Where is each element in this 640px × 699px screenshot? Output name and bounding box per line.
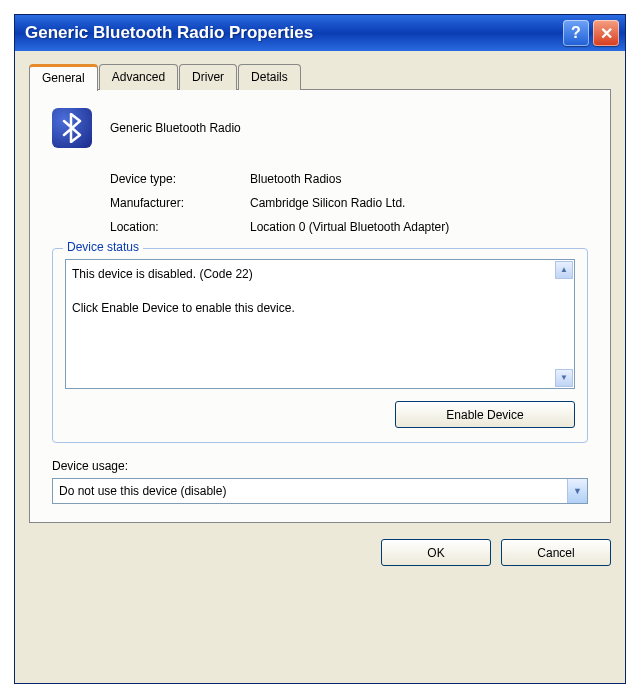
help-icon: ? xyxy=(571,24,581,42)
tab-label: Driver xyxy=(192,70,224,84)
device-type-value: Bluetooth Radios xyxy=(250,172,341,186)
tab-advanced[interactable]: Advanced xyxy=(99,64,178,90)
scroll-up-button[interactable]: ▲ xyxy=(555,261,573,279)
device-status-group: Device status This device is disabled. (… xyxy=(52,248,588,443)
device-name: Generic Bluetooth Radio xyxy=(110,121,241,135)
manufacturer-value: Cambridge Silicon Radio Ltd. xyxy=(250,196,405,210)
device-properties: Device type: Bluetooth Radios Manufactur… xyxy=(110,172,588,234)
property-row: Manufacturer: Cambridge Silicon Radio Lt… xyxy=(110,196,588,210)
device-usage-dropdown[interactable]: Do not use this device (disable) ▼ xyxy=(52,478,588,504)
location-value: Location 0 (Virtual Bluetooth Adapter) xyxy=(250,220,449,234)
enable-device-button[interactable]: Enable Device xyxy=(395,401,575,428)
tab-label: Advanced xyxy=(112,70,165,84)
bluetooth-glyph xyxy=(61,113,83,143)
button-label: Cancel xyxy=(537,546,574,560)
tab-label: Details xyxy=(251,70,288,84)
ok-button[interactable]: OK xyxy=(381,539,491,566)
status-line: This device is disabled. (Code 22) xyxy=(72,266,554,283)
tab-general[interactable]: General xyxy=(29,64,98,91)
titlebar[interactable]: Generic Bluetooth Radio Properties ? ✕ xyxy=(15,15,625,51)
device-header: Generic Bluetooth Radio xyxy=(52,108,588,148)
scroll-down-button[interactable]: ▼ xyxy=(555,369,573,387)
device-usage-label: Device usage: xyxy=(52,459,588,473)
tab-label: General xyxy=(42,71,85,85)
property-row: Device type: Bluetooth Radios xyxy=(110,172,588,186)
dropdown-button[interactable]: ▼ xyxy=(567,479,587,503)
tab-details[interactable]: Details xyxy=(238,64,301,90)
chevron-up-icon: ▲ xyxy=(560,264,568,275)
property-row: Location: Location 0 (Virtual Bluetooth … xyxy=(110,220,588,234)
bluetooth-icon xyxy=(52,108,92,148)
client-area: General Advanced Driver Details Generic … xyxy=(15,51,625,683)
device-status-text[interactable]: This device is disabled. (Code 22) Click… xyxy=(65,259,575,389)
manufacturer-label: Manufacturer: xyxy=(110,196,250,210)
tab-driver[interactable]: Driver xyxy=(179,64,237,90)
chevron-down-icon: ▼ xyxy=(560,372,568,383)
properties-dialog: Generic Bluetooth Radio Properties ? ✕ G… xyxy=(14,14,626,684)
device-status-legend: Device status xyxy=(63,240,143,254)
device-type-label: Device type: xyxy=(110,172,250,186)
tab-panel-general: Generic Bluetooth Radio Device type: Blu… xyxy=(29,89,611,523)
help-button[interactable]: ? xyxy=(563,20,589,46)
dropdown-selected-value: Do not use this device (disable) xyxy=(53,484,567,498)
titlebar-buttons: ? ✕ xyxy=(563,20,619,46)
status-button-row: Enable Device xyxy=(65,401,575,428)
chevron-down-icon: ▼ xyxy=(573,486,582,496)
window-title: Generic Bluetooth Radio Properties xyxy=(25,23,563,43)
location-label: Location: xyxy=(110,220,250,234)
button-label: OK xyxy=(427,546,444,560)
device-usage-section: Device usage: Do not use this device (di… xyxy=(52,459,588,504)
dialog-button-row: OK Cancel xyxy=(29,539,611,566)
cancel-button[interactable]: Cancel xyxy=(501,539,611,566)
button-label: Enable Device xyxy=(446,408,523,422)
status-line: Click Enable Device to enable this devic… xyxy=(72,300,554,317)
tab-strip: General Advanced Driver Details xyxy=(29,63,611,90)
close-button[interactable]: ✕ xyxy=(593,20,619,46)
close-icon: ✕ xyxy=(600,24,613,43)
